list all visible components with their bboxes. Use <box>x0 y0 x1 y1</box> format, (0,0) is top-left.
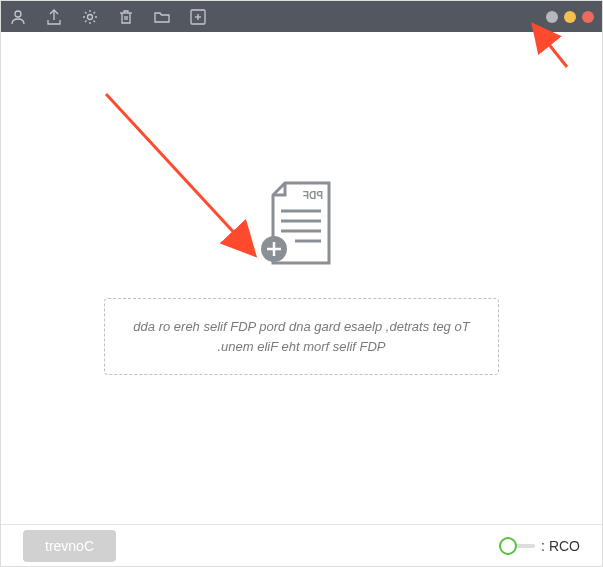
window-controls <box>546 11 594 23</box>
ocr-control: OCR : <box>499 536 580 556</box>
folder-icon[interactable] <box>153 8 171 26</box>
close-button[interactable] <box>582 11 594 23</box>
titlebar <box>1 1 602 32</box>
settings-icon[interactable] <box>81 8 99 26</box>
trash-icon[interactable] <box>117 8 135 26</box>
svg-text:PDF: PDF <box>303 190 323 201</box>
toolbar <box>9 8 207 26</box>
maximize-button[interactable] <box>546 11 558 23</box>
ocr-label: OCR : <box>541 538 580 554</box>
add-file-icon[interactable] <box>189 8 207 26</box>
svg-point-6 <box>15 11 21 17</box>
svg-point-5 <box>88 14 93 19</box>
footer: Convert OCR : <box>1 524 602 566</box>
convert-button[interactable]: Convert <box>23 530 116 562</box>
add-pdf-illustration[interactable]: PDF <box>261 181 343 273</box>
drop-zone-message: To get started, please drag and drop PDF… <box>104 298 499 375</box>
export-icon[interactable] <box>45 8 63 26</box>
ocr-toggle[interactable] <box>499 536 535 556</box>
minimize-button[interactable] <box>564 11 576 23</box>
main-content: PDF To get started, please drag and drop… <box>1 32 602 524</box>
user-icon[interactable] <box>9 8 27 26</box>
